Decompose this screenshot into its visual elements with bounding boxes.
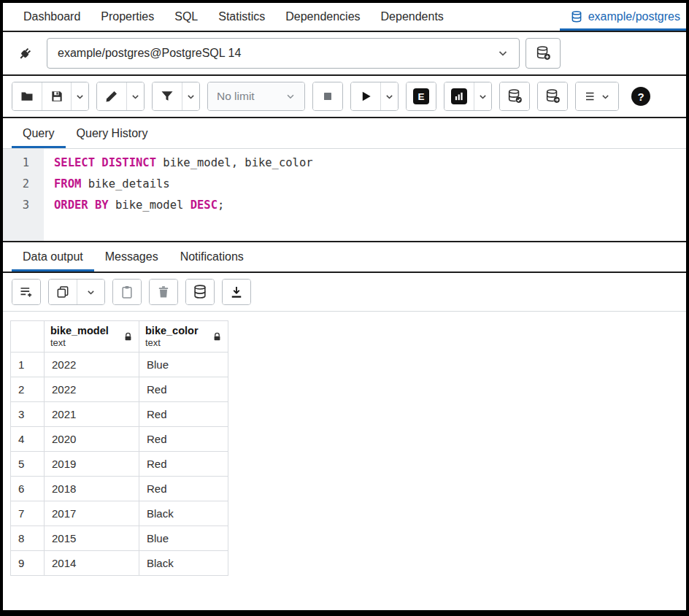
cell-bike-model[interactable]: 2017 <box>45 501 139 526</box>
cell-bike-model[interactable]: 2022 <box>45 353 139 377</box>
execute-button[interactable] <box>351 82 380 110</box>
query-tool-connection-button[interactable] <box>10 39 41 68</box>
line-number: 1 <box>3 153 44 174</box>
chevron-down-icon <box>497 47 509 59</box>
file-button-group <box>12 82 89 111</box>
download-icon <box>229 285 244 299</box>
connection-select[interactable]: example/postgres@PostgreSQL 14 <box>47 38 520 69</box>
cell-bike-color[interactable]: Red <box>139 377 228 402</box>
row-number[interactable]: 5 <box>11 452 45 477</box>
stop-button-group <box>312 82 343 111</box>
row-number[interactable]: 2 <box>11 377 45 402</box>
edit-button[interactable] <box>97 82 126 110</box>
lock-icon <box>123 332 133 342</box>
row-limit-select[interactable]: No limit <box>208 82 304 110</box>
help-icon: ? <box>631 87 650 106</box>
help-button-group: ? <box>626 82 655 111</box>
cell-bike-model[interactable]: 2018 <box>45 477 139 501</box>
explain-analyze-button[interactable] <box>444 82 474 110</box>
cell-bike-model[interactable]: 2019 <box>45 452 139 477</box>
funnel-icon <box>160 89 174 104</box>
row-number[interactable]: 3 <box>11 402 45 427</box>
macros-button[interactable] <box>576 82 618 110</box>
cell-bike-color[interactable]: Black <box>139 551 228 576</box>
tab-statistics[interactable]: Statistics <box>208 3 275 31</box>
cell-bike-color[interactable]: Black <box>139 501 228 526</box>
tab-data-output[interactable]: Data output <box>12 242 94 272</box>
copy-group <box>48 279 105 305</box>
cell-bike-model[interactable]: 2021 <box>45 402 139 427</box>
column-header-bike-color[interactable]: bike_color text <box>139 321 228 353</box>
filter-button[interactable] <box>153 82 182 110</box>
cell-bike-model[interactable]: 2015 <box>45 526 139 551</box>
table-row: 2 2022 Red <box>11 377 228 402</box>
tab-dashboard[interactable]: Dashboard <box>13 3 91 31</box>
filter-menu-chevron[interactable] <box>182 82 199 110</box>
tab-query[interactable]: Query <box>12 118 66 148</box>
cell-bike-model[interactable]: 2014 <box>45 551 139 576</box>
commit-button[interactable] <box>500 82 529 110</box>
help-button[interactable]: ? <box>626 82 655 111</box>
line-number: 2 <box>3 174 44 195</box>
delete-row-button[interactable] <box>150 280 177 304</box>
tab-query-tool[interactable]: example/postgres <box>560 3 686 31</box>
copy-menu-chevron[interactable] <box>77 280 104 304</box>
add-row-icon <box>19 285 34 299</box>
cell-bike-color[interactable]: Red <box>139 477 228 501</box>
new-connection-button[interactable] <box>526 38 561 69</box>
table-row: 1 2022 Blue <box>11 353 228 377</box>
save-data-button[interactable] <box>186 280 214 304</box>
database-new-icon <box>535 45 551 61</box>
save-file-button[interactable] <box>42 82 71 110</box>
tab-query-history[interactable]: Query History <box>66 118 159 148</box>
explain-button[interactable]: E <box>407 82 436 110</box>
tab-properties[interactable]: Properties <box>91 3 164 31</box>
trash-icon <box>156 285 171 299</box>
database-icon <box>570 10 583 23</box>
row-number[interactable]: 9 <box>11 551 45 576</box>
tab-messages[interactable]: Messages <box>94 242 169 272</box>
panel-tab-bar: Dashboard Properties SQL Statistics Depe… <box>3 3 686 32</box>
add-row-button[interactable] <box>12 280 40 304</box>
cell-bike-color[interactable]: Red <box>139 402 228 427</box>
sql-keyword: SELECT DISTINCT <box>54 156 156 169</box>
connection-bar: example/postgres@PostgreSQL 14 <box>3 32 686 76</box>
row-number[interactable]: 7 <box>11 501 45 526</box>
cell-bike-model[interactable]: 2022 <box>45 377 139 402</box>
save-menu-chevron[interactable] <box>71 82 88 110</box>
open-file-button[interactable] <box>12 82 42 110</box>
copy-button[interactable] <box>49 280 77 304</box>
download-button[interactable] <box>223 280 250 304</box>
execute-button-group <box>350 82 399 111</box>
table-row: 6 2018 Red <box>11 477 228 501</box>
cell-bike-color[interactable]: Blue <box>139 526 228 551</box>
cell-bike-color[interactable]: Blue <box>139 353 228 377</box>
sql-text: bike_model, bike_color <box>156 156 313 169</box>
row-number[interactable]: 8 <box>11 526 45 551</box>
column-type: text <box>145 337 199 348</box>
explain-button-group: E <box>406 82 436 111</box>
tab-dependents[interactable]: Dependents <box>371 3 454 31</box>
execute-menu-chevron[interactable] <box>380 82 398 110</box>
cell-bike-model[interactable]: 2020 <box>45 427 139 452</box>
grid-corner-cell[interactable] <box>11 321 45 353</box>
cell-bike-color[interactable]: Red <box>139 452 228 477</box>
row-number[interactable]: 1 <box>11 353 45 377</box>
tab-sql[interactable]: SQL <box>164 3 208 31</box>
cell-bike-color[interactable]: Red <box>139 427 228 452</box>
rollback-button[interactable] <box>538 82 567 110</box>
row-number[interactable]: 6 <box>11 477 45 501</box>
column-header-bike-model[interactable]: bike_model text <box>45 321 139 353</box>
row-number[interactable]: 4 <box>11 427 45 452</box>
table-row: 9 2014 Black <box>11 551 228 576</box>
query-toolbar: No limit <box>3 76 686 118</box>
edit-menu-chevron[interactable] <box>126 82 144 110</box>
stop-button[interactable] <box>313 82 342 110</box>
paste-button[interactable] <box>113 280 141 304</box>
header-row: bike_model text <box>11 321 228 353</box>
tab-notifications[interactable]: Notifications <box>169 242 255 272</box>
tab-dependencies[interactable]: Dependencies <box>275 3 370 31</box>
explain-menu-chevron[interactable] <box>474 82 491 110</box>
sql-editor[interactable]: 1 SELECT DISTINCT bike_model, bike_color… <box>3 149 686 242</box>
sql-keyword: FROM <box>54 177 81 190</box>
